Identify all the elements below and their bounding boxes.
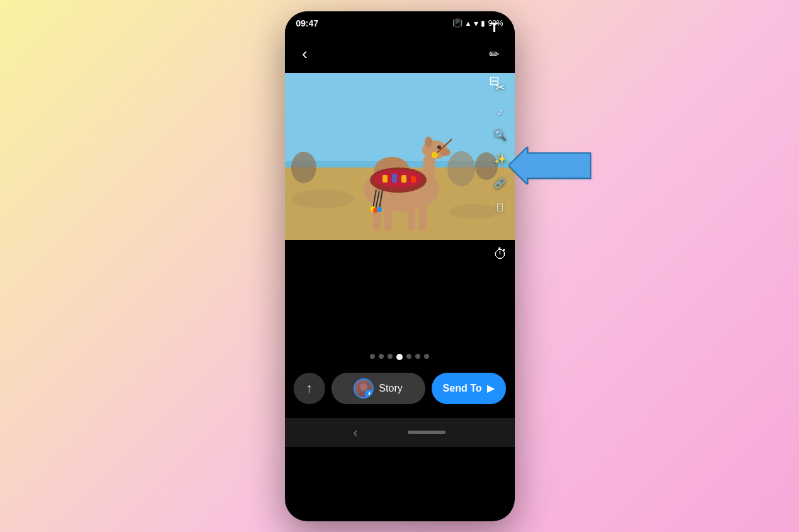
image-toolbar: ✂ ♪ 🔍 ✨ 🔗 ⌸ xyxy=(491,73,510,217)
bottom-nav: ‹ xyxy=(285,418,515,447)
svg-marker-34 xyxy=(509,147,590,184)
svg-point-7 xyxy=(447,151,475,186)
svg-point-17 xyxy=(437,145,441,149)
status-bar: 09:47 📳 ▲ ▾ ▮ 90% xyxy=(285,11,515,35)
dot-6 xyxy=(415,354,420,359)
music-tool-button[interactable]: ♪ xyxy=(491,102,510,121)
svg-point-5 xyxy=(291,152,316,183)
zoom-tool-button[interactable]: 🔍 xyxy=(491,126,510,145)
story-avatar-plus-icon: + xyxy=(365,390,374,399)
draw-tool-button[interactable]: ✏ xyxy=(485,44,505,64)
link-tool-button[interactable]: 🔗 xyxy=(491,174,510,193)
svg-rect-14 xyxy=(423,155,435,196)
story-avatar: + xyxy=(354,378,374,399)
sparkle-tool-button[interactable]: ✨ xyxy=(491,150,510,169)
toolbar-right: T ✏ ⊟ xyxy=(485,18,505,91)
dot-2 xyxy=(379,354,384,359)
status-time: 09:47 xyxy=(296,18,319,28)
svg-rect-30 xyxy=(401,175,406,183)
image-area: ✂ ♪ 🔍 ✨ 🔗 ⌸ xyxy=(285,73,515,240)
top-toolbar: ‹ T ✏ ⊟ xyxy=(285,35,515,73)
share-icon: ↑ xyxy=(306,381,313,395)
dot-5 xyxy=(406,354,411,359)
sticker-tool-button[interactable]: ⊟ xyxy=(485,71,505,91)
send-arrow-icon: ▶ xyxy=(487,382,495,394)
arrow-annotation xyxy=(509,147,597,184)
svg-rect-31 xyxy=(411,176,416,183)
svg-point-18 xyxy=(440,149,451,156)
wifi-icon: ▾ xyxy=(474,18,478,28)
dot-7 xyxy=(424,354,429,359)
crop-tool-button[interactable]: ⌸ xyxy=(491,198,510,217)
dot-4-active xyxy=(396,354,403,360)
nav-home-indicator[interactable] xyxy=(408,431,445,434)
story-label: Story xyxy=(379,383,402,394)
svg-point-3 xyxy=(291,190,354,208)
share-button[interactable]: ↑ xyxy=(294,373,325,404)
text-tool-button[interactable]: T xyxy=(485,18,505,38)
timer-icon-button[interactable]: ⏱ xyxy=(493,246,507,263)
vibrate-icon: 📳 xyxy=(452,18,463,28)
send-to-button[interactable]: Send To ▶ xyxy=(432,373,506,404)
svg-point-32 xyxy=(360,383,367,391)
action-bar: ↑ + Story Send To ▶ xyxy=(285,373,515,404)
dot-3 xyxy=(388,354,393,359)
story-button[interactable]: + Story xyxy=(331,373,425,404)
dots-indicator xyxy=(370,354,429,360)
svg-point-27 xyxy=(432,152,438,158)
svg-rect-28 xyxy=(382,175,388,183)
svg-point-16 xyxy=(425,137,432,148)
bottom-area: ⏱ ↑ xyxy=(285,240,515,418)
dot-1 xyxy=(370,354,375,359)
send-to-label: Send To xyxy=(443,383,482,394)
nav-back-button[interactable]: ‹ xyxy=(354,425,358,439)
phone-container: 09:47 📳 ▲ ▾ ▮ 90% ‹ T ✏ ⊟ xyxy=(285,11,515,521)
svg-rect-29 xyxy=(392,174,397,183)
svg-point-26 xyxy=(377,207,382,212)
signal-icon: ▲ xyxy=(465,20,472,27)
back-button[interactable]: ‹ xyxy=(295,44,315,64)
